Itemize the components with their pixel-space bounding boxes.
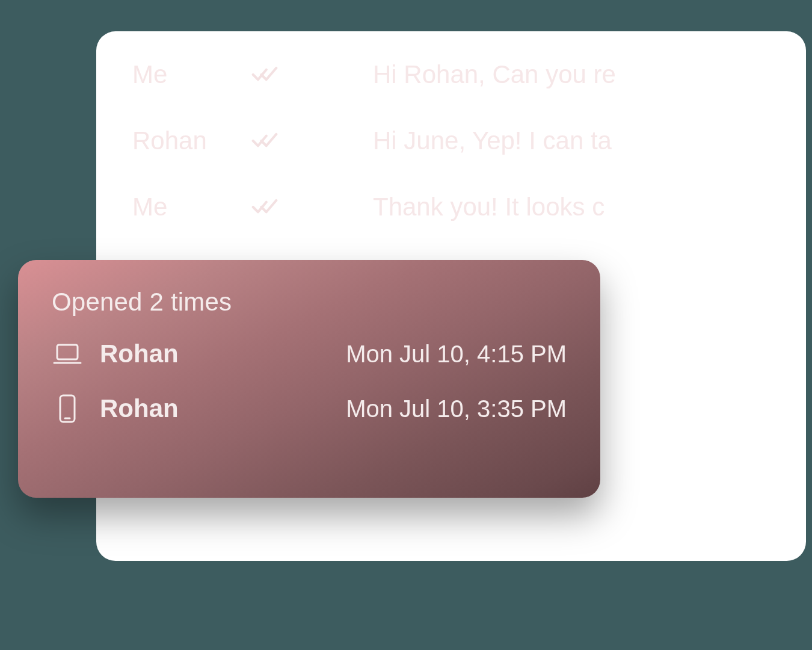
- open-event-row[interactable]: Rohan Mon Jul 10, 3:35 PM: [52, 394, 567, 424]
- message-row[interactable]: Me Thank you! It looks c: [132, 193, 770, 221]
- open-event-time: Mon Jul 10, 3:35 PM: [346, 395, 567, 422]
- read-receipt-icon: [251, 194, 278, 220]
- open-event-row[interactable]: Rohan Mon Jul 10, 4:15 PM: [52, 339, 567, 368]
- message-preview: Hi Rohan, Can you re: [373, 60, 616, 89]
- message-preview: Hi June, Yep! I can ta: [373, 126, 612, 155]
- message-sender: Me: [132, 60, 241, 89]
- read-receipt-icon: [251, 128, 278, 154]
- message-preview: Thank you! It looks c: [373, 193, 604, 221]
- read-receipt-icon: [251, 61, 278, 88]
- open-event-name: Rohan: [100, 339, 179, 368]
- open-event-name: Rohan: [100, 394, 179, 423]
- message-row[interactable]: Rohan Hi June, Yep! I can ta: [132, 126, 770, 155]
- phone-icon: [52, 394, 83, 424]
- open-event-time: Mon Jul 10, 4:15 PM: [346, 341, 567, 368]
- svg-rect-0: [57, 345, 78, 359]
- message-sender: Me: [132, 193, 241, 221]
- read-receipt-popover: Opened 2 times Rohan Mon Jul 10, 4:15 PM…: [18, 260, 600, 498]
- message-row[interactable]: Me Hi Rohan, Can you re: [132, 60, 770, 89]
- popover-title: Opened 2 times: [52, 288, 567, 317]
- message-sender: Rohan: [132, 126, 241, 155]
- laptop-icon: [52, 342, 83, 366]
